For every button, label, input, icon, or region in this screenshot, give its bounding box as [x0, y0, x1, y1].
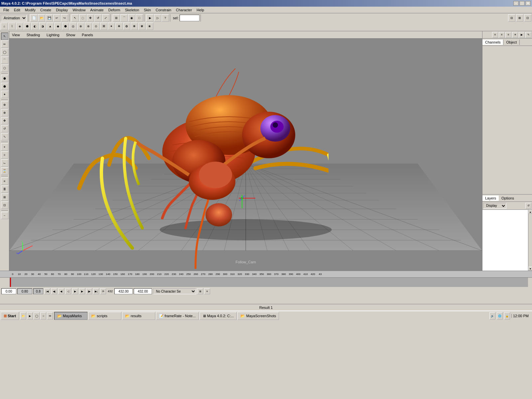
current-time-input[interactable]	[17, 288, 32, 294]
rp-icon-2[interactable]: ≡	[499, 32, 505, 38]
anim-tool-4[interactable]: ⬟	[24, 23, 31, 30]
tab-options[interactable]: Options	[499, 196, 517, 201]
anim-tool-17[interactable]: ✿	[123, 23, 130, 30]
layout-btn1[interactable]: ⊟	[508, 14, 515, 22]
rp-icon-edit[interactable]: ✎	[525, 32, 531, 38]
loop-btn[interactable]: ⟳	[100, 288, 106, 294]
quick-launch-2[interactable]: ▶	[27, 312, 33, 320]
anim-tool-8[interactable]: ◆	[54, 23, 62, 30]
anim-tool-5[interactable]: ◐	[31, 23, 39, 30]
deform-btn[interactable]: ⬟	[1, 83, 8, 90]
rotate-btn[interactable]: ↺	[94, 14, 102, 22]
next-frame-btn[interactable]: ▶	[79, 288, 85, 294]
layers-refresh-btn[interactable]: ↺	[525, 203, 531, 209]
vp-menu-panels[interactable]: Panels	[80, 32, 94, 38]
snap2-btn[interactable]: ⌗	[1, 151, 8, 159]
anim-tool-6[interactable]: ◑	[39, 23, 46, 30]
tab-object[interactable]: Object	[503, 40, 520, 45]
snap-curve-btn[interactable]: ⌒	[120, 14, 128, 22]
snap-surface-btn[interactable]: □	[136, 14, 143, 22]
menu-modify[interactable]: Modify	[23, 7, 38, 13]
sb-up[interactable]: ▲	[528, 210, 532, 214]
quick-launch-3[interactable]: ◯	[34, 312, 40, 320]
menu-display[interactable]: Display	[54, 7, 70, 13]
snap3-btn[interactable]: ⌙	[1, 159, 8, 167]
menu-window[interactable]: Window	[70, 7, 87, 13]
anim-tool-11[interactable]: ⊕	[77, 23, 84, 30]
render-btn[interactable]: ▶	[146, 14, 154, 22]
open-btn[interactable]: 📂	[38, 14, 45, 22]
skeleton-btn[interactable]: ✦	[1, 91, 8, 98]
anim-tool-15[interactable]: ✦	[108, 23, 115, 30]
next-key-btn[interactable]: |▶	[86, 288, 92, 294]
menu-skeleton[interactable]: Skeleton	[123, 7, 141, 13]
pivot-btn[interactable]: ⊕	[1, 101, 8, 108]
viewport-canvas[interactable]: X Y Z Follow_Cam	[9, 39, 482, 271]
menu-create[interactable]: Create	[38, 7, 53, 13]
menu-skin[interactable]: Skin	[142, 7, 153, 13]
misc3-btn[interactable]: ⊞	[1, 194, 8, 201]
misc1-btn[interactable]: ≡	[1, 178, 8, 185]
tab-channels[interactable]: Channels	[482, 40, 503, 45]
anim-tool-13[interactable]: ⊙	[92, 23, 100, 30]
prev-frame-btn[interactable]: ◀	[58, 288, 64, 294]
taskbar-framerate[interactable]: 📝 frameRate - Note...	[156, 312, 199, 320]
quick-launch-5[interactable]: ✉	[47, 312, 53, 320]
range-end-input[interactable]	[134, 288, 152, 294]
anim-tool-16[interactable]: ❖	[115, 23, 123, 30]
taskbar-results[interactable]: 📂 results	[122, 312, 155, 320]
snap-point-btn[interactable]: ◉	[128, 14, 135, 22]
sys-tray-2[interactable]: 🌐	[497, 312, 503, 320]
display-dropdown[interactable]: Display	[483, 203, 506, 209]
new-file-btn[interactable]: 📄	[30, 14, 38, 22]
rp-icon-1[interactable]: ≡	[492, 32, 498, 38]
curve-btn[interactable]: ⌒	[1, 57, 8, 64]
taskbar-mayamarks[interactable]: 📂 MayaMarks	[54, 312, 87, 320]
goto-end-btn[interactable]: ▶|	[93, 288, 99, 294]
menu-deform[interactable]: Deform	[106, 7, 122, 13]
char-select[interactable]: No Character Se	[153, 288, 196, 294]
taskbar-scripts[interactable]: 📂 scripts	[88, 312, 121, 320]
anim-tool-7[interactable]: ▲	[47, 23, 54, 30]
ipr-btn[interactable]: ▷	[154, 14, 161, 22]
nurbs-btn[interactable]: ⬡	[1, 65, 8, 72]
pivot2-btn[interactable]: ⊗	[1, 109, 8, 116]
goto-start-btn[interactable]: |◀	[44, 288, 50, 294]
undo-btn[interactable]: ↩	[53, 14, 61, 22]
snap1-btn[interactable]: ⌖	[1, 143, 8, 151]
anim-tool-10[interactable]: ◎	[69, 23, 77, 30]
redo-btn[interactable]: ↪	[61, 14, 68, 22]
rp-icon-play[interactable]: ▶	[519, 32, 525, 38]
select-tool-btn[interactable]: ↖	[1, 33, 8, 40]
rotate2-btn[interactable]: ↺	[1, 125, 8, 132]
sys-tray-3[interactable]: 🔒	[504, 312, 510, 320]
selection-input[interactable]	[180, 15, 200, 21]
sys-tray-1[interactable]: 🔊	[489, 312, 495, 320]
layout-btn2[interactable]: ⊠	[516, 14, 523, 22]
anim-tool-14[interactable]: ⌘	[100, 23, 107, 30]
quick-launch-1[interactable]: 📁	[20, 312, 26, 320]
menu-constrain[interactable]: Constrain	[154, 7, 173, 13]
scale2-btn[interactable]: ⤡	[1, 133, 8, 140]
menu-animate[interactable]: Animate	[88, 7, 105, 13]
range-start-input[interactable]	[114, 288, 133, 294]
scale-btn[interactable]: ⤢	[102, 14, 109, 22]
vp-menu-lighting[interactable]: Lighting	[45, 32, 61, 38]
timeline-extra-1[interactable]: ⊞	[197, 288, 203, 294]
taskbar-screenshots[interactable]: 📂 MayaScreenShots	[237, 312, 279, 320]
animation-dropdown[interactable]: Animation	[1, 15, 27, 21]
help-btn[interactable]: ?	[162, 14, 169, 22]
anim-tool-3[interactable]: ◈	[16, 23, 23, 30]
anim-tool-20[interactable]: ❀	[146, 23, 153, 30]
anim-tool-9[interactable]: ⬢	[62, 23, 69, 30]
layout-btn3[interactable]: ⊡	[524, 14, 531, 22]
menu-character[interactable]: Character	[174, 7, 194, 13]
taskbar-maya[interactable]: 🖥 Maya 4.0.2: C:...	[200, 312, 237, 320]
menu-edit[interactable]: Edit	[12, 7, 22, 13]
sculpt-btn[interactable]: ◯	[1, 49, 8, 56]
move2-btn[interactable]: ✥	[1, 117, 8, 124]
anim-tool-18[interactable]: ❋	[131, 23, 138, 30]
start-button[interactable]: ⊞ Start	[1, 312, 19, 320]
maximize-button[interactable]: □	[519, 1, 525, 6]
menu-help[interactable]: Help	[195, 7, 206, 13]
